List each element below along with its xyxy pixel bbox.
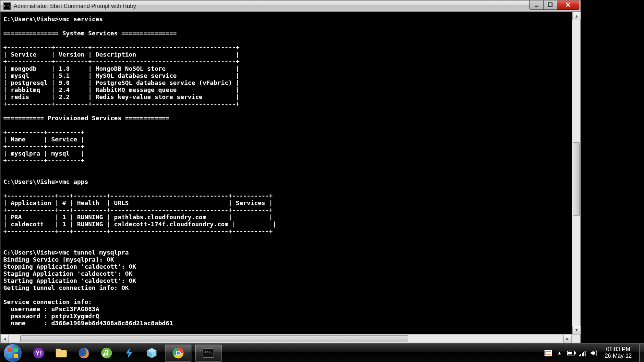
start-button[interactable] [0,344,25,362]
tray-date: 26-May-12 [605,353,632,359]
command-prompt-window: C:\ Administrator: Start Command Prompt … [0,0,581,343]
svg-rect-0 [535,6,538,7]
svg-point-7 [101,347,112,358]
horizontal-scrollbar[interactable]: ◄ ► [0,334,572,343]
taskbar-items: Y! C:\_ [29,345,222,362]
taskbar-cmd-icon[interactable]: C:\_ [195,345,222,362]
volume-icon[interactable] [590,349,597,357]
scroll-down-button[interactable]: ▼ [572,326,581,334]
svg-rect-4 [56,350,67,357]
scroll-track-horizontal[interactable] [9,335,563,343]
vertical-scrollbar[interactable]: ▲ ▼ [572,12,580,334]
cmd-icon: C:\ [3,2,11,10]
svg-rect-5 [56,349,61,351]
tray-expand-icon[interactable]: ▲ [556,349,563,357]
action-center-icon[interactable] [545,349,552,357]
svg-point-10 [177,351,180,354]
taskbar-lightning-icon[interactable] [120,345,139,362]
scroll-right-button[interactable]: ► [563,335,572,343]
console-output[interactable]: C:\Users\Vishu>vmc services ============… [0,12,572,334]
show-desktop-button[interactable] [639,344,644,362]
taskbar-music-icon[interactable] [97,345,116,362]
scroll-up-button[interactable]: ▲ [572,12,581,20]
minimize-button[interactable] [529,0,544,10]
maximize-button[interactable] [543,0,557,10]
tray-clock[interactable]: 01:03 PM 26-May-12 [601,346,636,359]
scroll-track-vertical[interactable] [572,20,580,326]
svg-text:Y!: Y! [35,349,42,357]
window-title: Administrator: Start Command Prompt with… [14,3,136,9]
tray-time: 01:03 PM [605,346,632,353]
desktop: C:\ Administrator: Start Command Prompt … [0,0,644,343]
taskbar: Y! C:\_ ▲ 01:03 PM 26-May-12 [0,343,644,362]
taskbar-chrome-icon[interactable] [165,345,191,362]
svg-rect-1 [548,3,552,7]
windows-logo-icon [8,348,18,358]
taskbar-yahoo-icon[interactable]: Y! [29,345,48,362]
close-button[interactable] [557,0,579,10]
console-area: C:\Users\Vishu>vmc services ============… [0,12,580,343]
network-signal-icon[interactable] [578,349,586,357]
scroll-left-button[interactable]: ◄ [0,335,9,343]
svg-text:C:\_: C:\_ [205,350,213,354]
scrollbar-corner [572,334,580,343]
system-tray: ▲ 01:03 PM 26-May-12 [545,344,644,362]
taskbar-cube-icon[interactable] [142,345,161,362]
window-titlebar[interactable]: C:\ Administrator: Start Command Prompt … [0,0,580,12]
taskbar-firefox-icon[interactable] [74,345,93,362]
battery-icon[interactable] [567,349,575,357]
scroll-thumb-vertical[interactable] [573,142,580,216]
window-controls [530,0,579,10]
taskbar-explorer-icon[interactable] [52,345,71,362]
scroll-thumb-horizontal[interactable] [20,335,408,342]
